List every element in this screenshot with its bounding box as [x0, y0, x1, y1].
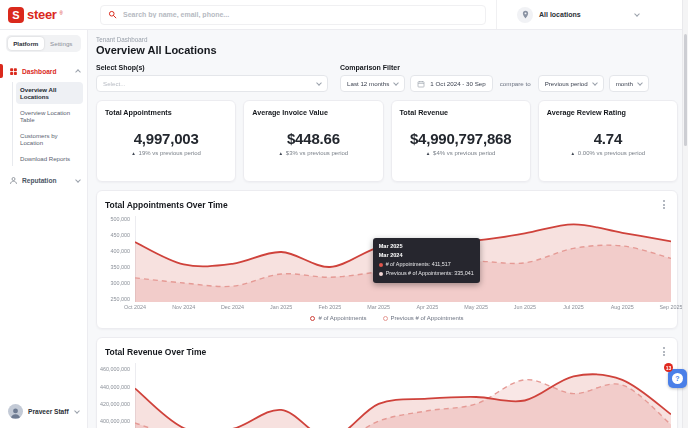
location-selector[interactable]: All locations: [517, 7, 639, 23]
tab-platform[interactable]: Platform: [8, 37, 44, 50]
kpi-label: Average Review Rating: [547, 108, 669, 117]
sidebar-section-dashboard[interactable]: Dashboard: [0, 62, 87, 80]
chevron-down-icon: [637, 80, 643, 86]
kpi-label: Total Appointments: [105, 108, 227, 117]
sidebar-item-download-reports[interactable]: Download Reports: [16, 151, 83, 165]
sidebar-tabs: PlatformSettings: [6, 35, 81, 52]
page-title: Overview All Locations: [96, 44, 678, 56]
range-preset-value: Last 12 months: [347, 80, 389, 87]
kpi-label: Average Invoice Value: [252, 108, 374, 117]
appointments-chart-card: Total Appointments Over Time 500,000450,…: [96, 190, 678, 329]
legend-marker-icon: [310, 316, 315, 321]
search-input[interactable]: [123, 11, 478, 18]
kpi-row: Total Appointments4,997,003▲ 19% vs prev…: [96, 100, 678, 182]
shop-select-placeholder: Select...: [103, 80, 312, 87]
kpi-card-total-appointments: Total Appointments4,997,003▲ 19% vs prev…: [96, 100, 236, 182]
chevron-up-icon: [75, 69, 81, 75]
steer-logo[interactable]: S steer ®: [0, 7, 88, 23]
page-scrollbar[interactable]: [682, 0, 688, 428]
header-divider: [496, 0, 497, 29]
sidebar-item-customers-by-location[interactable]: Customers by Location: [16, 128, 83, 150]
kpi-value: 4.74: [547, 130, 669, 147]
help-button[interactable]: ?: [668, 369, 687, 388]
kpi-delta: ▲ 0.00% vs previous period: [547, 150, 669, 156]
y-axis-labels: 460,000,000440,000,000420,000,000400,000…: [105, 363, 135, 428]
kpi-value: $4,990,797,868: [400, 130, 522, 147]
sidebar-subnav: Overview All LocationsOverview Location …: [12, 82, 83, 166]
revenue-chart-card: Total Revenue Over Time 460,000,000440,0…: [96, 337, 678, 428]
legend-item-of-appointments[interactable]: # of Appointments: [310, 315, 366, 321]
steer-wordmark: steer: [27, 7, 57, 22]
reputation-icon: [8, 176, 18, 186]
chart-title: Total Appointments Over Time: [105, 200, 228, 210]
range-preset-select[interactable]: Last 12 months: [340, 75, 405, 92]
delta-up-icon: ▲: [426, 151, 431, 156]
comparison-filter-label: Comparison Filter: [340, 64, 649, 71]
top-header: S steer ® All locations: [0, 0, 688, 30]
user-menu[interactable]: Praveer Staff: [0, 395, 87, 428]
calendar-icon: [417, 80, 425, 88]
chevron-down-icon: [634, 11, 640, 17]
user-name: Praveer Staff: [28, 408, 70, 415]
date-range-value: 1 Oct 2024 - 30 Sep: [430, 80, 485, 87]
chevron-down-icon: [75, 177, 81, 183]
sidebar-item-overview-all-locations[interactable]: Overview All Locations: [16, 82, 83, 104]
comparison-filter-group: Comparison Filter Last 12 months 1 Oct 2…: [340, 64, 649, 92]
user-avatar: [8, 404, 23, 419]
location-selector-label: All locations: [539, 11, 629, 18]
tab-settings[interactable]: Settings: [44, 37, 80, 50]
chart-menu-icon[interactable]: [659, 345, 669, 358]
question-mark-icon: ?: [672, 373, 683, 384]
delta-up-icon: ▲: [279, 151, 284, 156]
chart-plot-area[interactable]: [135, 363, 671, 428]
date-range-input[interactable]: 1 Oct 2024 - 30 Sep: [410, 75, 492, 92]
granularity-value: month: [616, 80, 633, 87]
compare-preset-value: Previous period: [545, 80, 588, 87]
dashboard-icon: [8, 66, 18, 76]
location-pin-icon: [517, 7, 533, 23]
shop-filter-group: Select Shop(s) Select...: [96, 64, 328, 92]
chevron-down-icon: [393, 80, 399, 86]
delta-up-icon: ▲: [571, 151, 576, 156]
sidebar-item-overview-location-table[interactable]: Overview Location Table: [16, 105, 83, 127]
kpi-delta: ▲ $3% vs previous period: [252, 150, 374, 156]
search-icon: [108, 10, 117, 19]
kpi-card-average-invoice-value: Average Invoice Value$448.66▲ $3% vs pre…: [243, 100, 383, 182]
kpi-delta: ▲ 19% vs previous period: [105, 150, 227, 156]
kpi-card-average-review-rating: Average Review Rating4.74▲ 0.00% vs prev…: [538, 100, 678, 182]
help-notification-badge: 13: [664, 363, 673, 372]
legend-item-previous-of-appointments[interactable]: Previous # of Appointments: [383, 315, 464, 321]
kpi-value: $448.66: [252, 130, 374, 147]
registered-trademark-icon: ®: [60, 11, 63, 16]
chevron-down-icon: [316, 80, 322, 86]
x-axis-labels: Oct 2024Nov 2024Dec 2024Jan 2025Feb 2025…: [135, 303, 671, 312]
chart-legend: # of AppointmentsPrevious # of Appointme…: [105, 315, 669, 321]
chevron-down-icon: [592, 80, 598, 86]
y-axis-labels: 500,000450,000400,000350,000300,000250,0…: [105, 216, 135, 302]
kpi-card-total-revenue: Total Revenue$4,990,797,868▲ $4% vs prev…: [391, 100, 531, 182]
scrollbar-thumb[interactable]: [684, 34, 687, 146]
granularity-select[interactable]: month: [609, 75, 649, 92]
search-bar[interactable]: [100, 5, 486, 25]
sidebar-section-reputation[interactable]: Reputation: [0, 172, 87, 190]
compare-preset-select[interactable]: Previous period: [538, 75, 604, 92]
sidebar-section-label: Reputation: [22, 177, 72, 184]
chart-tooltip: Mar 2025Mar 2024# of Appointments: 411,5…: [373, 238, 480, 282]
sidebar-section-label: Dashboard: [22, 68, 72, 75]
appointments-chart: 500,000450,000400,000350,000300,000250,0…: [105, 216, 669, 321]
kpi-delta: ▲ $4% vs previous period: [400, 150, 522, 156]
shop-select[interactable]: Select...: [96, 75, 328, 92]
kpi-value: 4,997,003: [105, 130, 227, 147]
chart-title: Total Revenue Over Time: [105, 347, 206, 357]
revenue-chart: 460,000,000440,000,000420,000,000400,000…: [105, 363, 669, 428]
sidebar: PlatformSettings DashboardOverview All L…: [0, 30, 88, 428]
steer-logo-icon: S: [8, 7, 24, 23]
legend-marker-icon: [383, 316, 388, 321]
main-content: Tenant Dashboard Overview All Locations …: [88, 30, 688, 428]
comparison-controls: Last 12 months 1 Oct 2024 - 30 Sep compa…: [340, 75, 649, 92]
kpi-label: Total Revenue: [400, 108, 522, 117]
breadcrumb: Tenant Dashboard: [96, 36, 678, 43]
shop-select-label: Select Shop(s): [96, 64, 328, 71]
compare-to-label: compare to: [498, 80, 533, 87]
chart-menu-icon[interactable]: [659, 198, 669, 211]
